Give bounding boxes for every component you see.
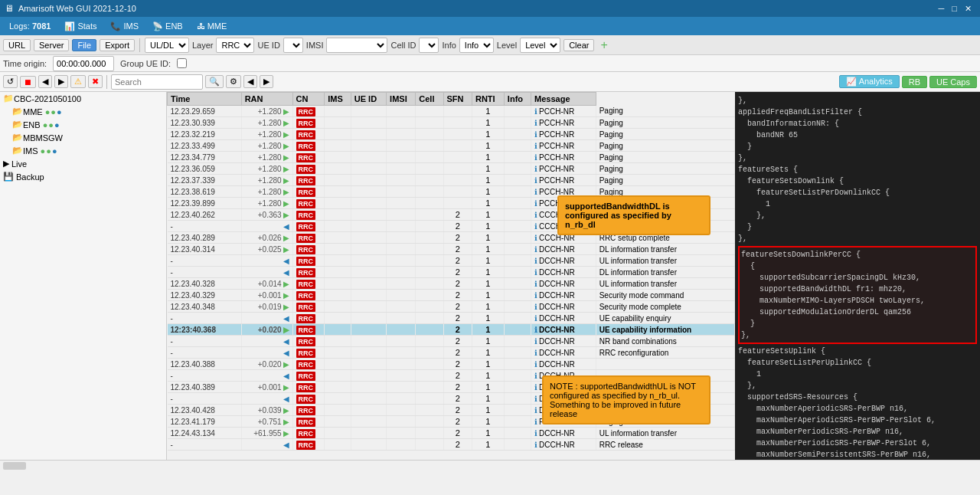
- menu-logs[interactable]: Logs: 7081: [3, 20, 57, 32]
- cell-ueid: [387, 198, 416, 209]
- cell-ims: [351, 278, 386, 290]
- menu-ims[interactable]: 📞 IMS: [104, 20, 145, 33]
- cell-ueid: [387, 232, 416, 244]
- table-row[interactable]: 12.23.33.499 +1.280▶ RRC 1 ℹPCCH-NR Pagi…: [168, 140, 735, 152]
- col-ueid: UE ID: [351, 93, 386, 106]
- cell-rnti: [504, 117, 531, 129]
- cell-rrc-badge: RRC: [292, 313, 325, 324]
- close-btn[interactable]: ✕: [961, 4, 975, 14]
- table-row[interactable]: - ◀ RRC 2 1 ℹDCCH-NR NR band combination…: [168, 336, 735, 347]
- group-ue-label: Group UE ID:: [120, 59, 171, 68]
- logs-count: 7081: [32, 21, 51, 31]
- sidebar-backup[interactable]: 💾 Backup: [0, 170, 166, 183]
- cell-ran: ◀: [241, 267, 292, 278]
- warn-btn[interactable]: ⚠: [70, 75, 86, 88]
- url-btn[interactable]: URL: [3, 39, 31, 51]
- error-btn[interactable]: ✖: [88, 75, 103, 88]
- cell-ran: ◀: [241, 313, 292, 324]
- cell-rnti: [504, 175, 531, 186]
- table-row[interactable]: 12.23.36.059 +1.280▶ RRC 1 ℹPCCH-NR Pagi…: [168, 163, 735, 175]
- info-select[interactable]: Info: [459, 38, 494, 53]
- minimize-btn[interactable]: ─: [935, 4, 949, 13]
- cell-cn: [325, 405, 351, 416]
- search-input[interactable]: [111, 74, 203, 90]
- cell-sfn: 1: [472, 301, 504, 313]
- export-btn[interactable]: Export: [100, 39, 135, 51]
- table-row[interactable]: - ◀ RRC 2 1 ℹDCCH-NR UL information tran…: [168, 255, 735, 267]
- sidebar-enb[interactable]: 📂 ENB ● ● ●: [0, 118, 166, 131]
- cell-cell: 2: [443, 416, 472, 428]
- table-row[interactable]: 12.24.43.134 +61.955▶ RRC 2 1 ℹDCCH-NR U…: [168, 428, 735, 439]
- table-row[interactable]: - ◀ RRC 2 1 ℹDCCH-NR RRC reconfiguration: [168, 347, 735, 359]
- menu-enb[interactable]: 📡 ENB: [146, 20, 189, 33]
- server-icon: 🖧: [197, 21, 205, 31]
- filter-btn[interactable]: ⚙: [226, 75, 241, 88]
- prev-search-btn[interactable]: ◀: [243, 75, 257, 88]
- time-origin-input[interactable]: [53, 56, 114, 71]
- table-row[interactable]: - ◀ RRC 2 1 ℹDCCH-NR DL information tran…: [168, 267, 735, 278]
- cell-id-select[interactable]: [419, 38, 439, 53]
- cell-cn: [325, 267, 351, 278]
- maximize-btn[interactable]: □: [948, 4, 961, 13]
- mode-select[interactable]: UL/DL: [145, 38, 189, 53]
- cell-info: ℹDCCH-NR: [531, 255, 596, 267]
- table-row[interactable]: - ◀ RRC 2 1 ℹDCCH-NR RRC release: [168, 439, 735, 451]
- table-row[interactable]: 12.23.40.329 +0.001▶ RRC 2 1 ℹDCCH-NR Se…: [168, 290, 735, 301]
- group-ue-checkbox[interactable]: [177, 58, 187, 68]
- menu-stats[interactable]: 📊 Stats: [58, 20, 103, 33]
- cell-id-label: Cell ID: [390, 41, 416, 50]
- phone-icon: 📞: [110, 21, 121, 31]
- table-row[interactable]: 12.23.37.339 +1.280▶ RRC 1 ℹPCCH-NR Pagi…: [168, 175, 735, 186]
- enb-folder-icon: 📂: [12, 120, 23, 129]
- table-row[interactable]: 12.23.40.314 +0.025▶ RRC 2 1 ℹDCCH-NR DL…: [168, 244, 735, 255]
- sidebar-live[interactable]: ▶ Live: [0, 157, 166, 170]
- table-row[interactable]: 12.23.30.939 +1.280▶ RRC 1 ℹPCCH-NR Pagi…: [168, 117, 735, 129]
- menu-mme[interactable]: 🖧 MME: [191, 20, 234, 32]
- cell-time: 12:23:40.368: [168, 324, 242, 336]
- prev-btn[interactable]: ◀: [38, 75, 52, 88]
- right-panel[interactable]: }, appliedFreqBandListFilter { bandInfor…: [735, 92, 980, 460]
- cell-ran: +1.280▶: [241, 198, 292, 209]
- table-row[interactable]: 12.23.34.779 +1.280▶ RRC 1 ℹPCCH-NR Pagi…: [168, 152, 735, 163]
- table-row[interactable]: 12.23.40.328 +0.014▶ RRC 2 1 ℹDCCH-NR UL…: [168, 278, 735, 290]
- ue-id-select[interactable]: [283, 38, 303, 53]
- horizontal-scrollbar[interactable]: [0, 460, 980, 470]
- next-btn[interactable]: ▶: [54, 75, 68, 88]
- cell-time: 12.23.40.329: [168, 290, 242, 301]
- sidebar-mbmsgw[interactable]: 📂 MBMSGW: [0, 131, 166, 144]
- cell-imsi: [416, 416, 443, 428]
- analytics-btn[interactable]: 📈 Analytics: [839, 75, 899, 88]
- sidebar: 📁 CBC-2021050100 📂 MME ● ● ● 📂 ENB ● ● ●…: [0, 92, 167, 460]
- table-row[interactable]: - ◀ RRC 2 1 ℹDCCH-NR UE capability enqui…: [168, 313, 735, 324]
- add-btn[interactable]: +: [600, 38, 607, 52]
- table-row[interactable]: 12.23.32.219 +1.280▶ RRC 1 ℹPCCH-NR Pagi…: [168, 129, 735, 140]
- cell-ran: ◀: [241, 393, 292, 405]
- server-btn[interactable]: Server: [34, 39, 69, 51]
- ue-caps-btn[interactable]: UE Caps: [929, 76, 977, 88]
- imsi-select[interactable]: [326, 38, 387, 53]
- cell-cell: 2: [443, 290, 472, 301]
- table-row[interactable]: 12:23:40.368 +0.020▶ RRC 2 1 ℹDCCH-NR UE…: [168, 324, 735, 336]
- sidebar-mme[interactable]: 📂 MME ● ● ●: [0, 105, 166, 118]
- refresh-btn[interactable]: ↺: [3, 75, 18, 88]
- level-select[interactable]: Level: [520, 38, 560, 53]
- sidebar-ims[interactable]: 📂 IMS ● ● ●: [0, 144, 166, 157]
- clear-btn[interactable]: Clear: [564, 39, 594, 51]
- cell-ims: [351, 106, 386, 117]
- cell-message: Paging: [596, 106, 734, 117]
- next-search-btn[interactable]: ▶: [260, 75, 273, 88]
- sep1: [139, 38, 140, 52]
- cell-imsi: [416, 209, 443, 221]
- layer-select[interactable]: RRC: [216, 38, 254, 53]
- search-icon-btn[interactable]: 🔍: [205, 75, 224, 88]
- cell-ims: [351, 163, 386, 175]
- table-row[interactable]: 12.23.40.348 +0.019▶ RRC 2 1 ℹDCCH-NR Se…: [168, 301, 735, 313]
- callout-bandwidth-dl: supportedBandwidthDL is configured as sp…: [557, 195, 710, 235]
- cell-message: Paging: [596, 117, 734, 129]
- table-row[interactable]: 12.23.40.388 +0.020▶ RRC 2 1 ℹDCCH-NR: [168, 359, 735, 370]
- table-row[interactable]: 12.23.29.659 +1.280▶ RRC 1 ℹPCCH-NR Pagi…: [168, 106, 735, 117]
- file-btn[interactable]: File: [72, 39, 96, 51]
- stop-btn[interactable]: ⏹: [20, 76, 36, 88]
- rb-btn[interactable]: RB: [902, 76, 927, 88]
- app-icon: 🖥: [5, 3, 14, 14]
